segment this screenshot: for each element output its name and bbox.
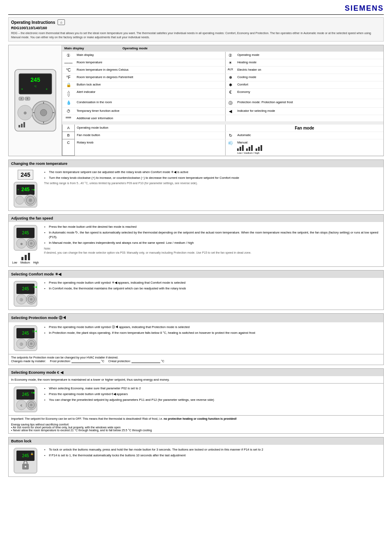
label-protection: Protection mode: Protection against fros… [235,99,383,107]
comfort-bullet-1: Press the operating mode button until sy… [49,280,381,285]
room-temp-image: 245 245 ☀ ✳◀ [11,170,40,208]
svg-point-38 [30,242,32,245]
section-text-fan: Press the fan mode button until the desi… [44,224,381,264]
main-display-header: Main display Operating mode [62,45,384,52]
display-table: Main display Operating mode ① Main displ… [62,45,383,156]
op-icon: ⌂ [58,19,65,25]
label-8888: Additional user information [75,115,226,121]
svg-text:245: 245 [22,287,29,291]
label-btn-c: Rotary knob [75,139,226,155]
svg-point-29 [29,199,32,202]
label-auto: Automatic [235,132,383,139]
model-number: RDG100/110/140/160 [11,26,381,30]
svg-text:245: 245 [22,453,29,458]
label-indicator: Indicator for selecting mode [235,107,383,115]
icon-btn-a: A [62,124,75,132]
label-comfort: Comfort [235,81,383,88]
page-header: SIEMENS [8,4,384,15]
label-main-display: Main display [75,51,226,59]
section-text-room-temp: The room temperature setpoint can be adj… [44,170,381,208]
svg-text:€: € [21,404,23,407]
section-heading-economy: Selecting Economy mode € ◀ [8,368,384,376]
label-operating-mode: Operating mode [235,51,383,59]
icon-heating: ☀ [226,59,235,66]
svg-point-56 [30,342,32,345]
section-text-economy: When selecting Economy, make sure that p… [44,386,381,413]
device-svg: 245 °C ☀ ✳ A B ⊕ [13,67,58,133]
label-cooling: Cooling mode [235,74,383,81]
svg-text:Ⓓ: Ⓓ [20,298,23,302]
icon-aux: AUX [226,66,235,74]
protection-bullet-2: In Protection mode, the plant stops oper… [49,331,381,335]
section-heading-protection: Selecting Protection mode Ⓓ◀ [8,313,384,322]
comfort-image: 245 ✳◀ Ⓓ [11,280,40,307]
svg-point-47 [30,298,32,301]
section-heading-button-lock: Button lock [8,437,384,445]
icon-fan-mode: Fan mode [226,124,384,132]
icon-manual: 💨 [226,139,235,155]
room-temp-bullet-2: Turn the rotary knob clockwise (+) to in… [49,176,381,180]
section-content-button-lock: 245 🔒 To lock or unlock the buttons manu… [8,445,384,477]
label-aux: Electric heater on [235,66,383,74]
icon-lock: 🔒 [62,81,75,88]
button-lock-bullet-2: If P14 is set to 1, the thermostat autom… [49,453,381,458]
svg-point-30 [16,196,24,204]
economy-intro: In Economy mode, the room temperature is… [8,376,384,384]
siemens-logo: SIEMENS [345,4,384,13]
icon-celsius: °C [62,66,75,74]
display-section: 245 °C ☀ ✳ A B ⊕ [8,45,384,156]
protection-note: The setpoints for Protection mode can be… [11,356,381,359]
title-section: Operating Instructions ⌂ RDG100/110/140/… [8,17,384,42]
label-lock: Button lock active [75,81,226,88]
economy-image: 245 €◀ € [11,386,40,413]
svg-point-65 [30,404,32,406]
section-content-comfort: 245 ✳◀ Ⓓ Press the operating mode button… [8,278,384,310]
section-heading-comfort: Selecting Comfort mode ✳◀ [8,270,384,278]
icon-protection: Ⓓ [226,99,235,107]
installer-line: Changes made by installer: Frost protect… [11,360,381,363]
icon-comfort: ✱ [226,81,235,88]
operating-instructions-title: Operating Instructions [11,20,55,25]
label-fahrenheit: Room temperature in degrees Fahrenheit [75,74,226,81]
section-text-protection: Press the operating mode button until sy… [44,325,381,352]
svg-rect-21 [23,122,25,127]
icon-economy: € [226,88,235,99]
label-heating: Heating mode [235,59,383,66]
icon-room-temp: ―― [62,59,75,66]
fan-labels: LowMediumHigh [12,261,39,264]
button-lock-image: 245 🔒 [11,447,40,474]
svg-text:Ⓓ◀: Ⓓ◀ [32,330,37,333]
label-btn-a: Operating mode button [75,124,226,132]
device-image: 245 °C ☀ ✳ A B ⊕ [9,45,62,156]
label-room-temp: Room temperature [75,59,226,66]
svg-point-71 [25,466,26,467]
protection-image: 245 Ⓓ◀ Ⓓ [11,325,40,352]
icon-btn-c: C [62,139,75,155]
svg-text:✳◀: ✳◀ [31,188,35,191]
fan-note: Note:If desired, you can change the fan … [44,247,381,255]
section-content-protection: 245 Ⓓ◀ Ⓓ Press the operating mode button… [8,322,384,354]
icon-indicator: ◀ [226,107,235,115]
svg-text:✳: ✳ [46,88,48,90]
intro-text: RDG – the electronic room thermostat tha… [11,31,381,39]
svg-text:☀: ☀ [21,88,23,90]
icon-condensation: 💧 [62,99,75,107]
svg-text:245: 245 [30,76,40,83]
svg-point-12 [40,109,47,116]
svg-rect-20 [21,124,23,127]
svg-text:245: 245 [22,331,29,335]
economy-important: Important: The setpoint for Economy can … [11,417,381,420]
icon-fahrenheit: °F [62,74,75,81]
icon-auto: ↻ [226,132,235,139]
svg-text:⊕: ⊕ [20,242,23,246]
comfort-bullet-2: In Comfort mode, the thermostat maintain… [49,286,381,291]
svg-text:245: 245 [21,187,30,192]
svg-text:⊕: ⊕ [23,111,27,115]
label-manual: Manual: [235,139,383,155]
icon-1: ① [62,51,75,59]
section-heading-room-temp: Changing the room temperature [8,160,384,167]
section-content-economy: 245 €◀ € When selecting Economy, make su… [8,384,384,416]
label-economy: Economy [235,88,383,99]
label-alert: Alert indicator [75,88,226,99]
icon-2: ② [226,51,235,59]
